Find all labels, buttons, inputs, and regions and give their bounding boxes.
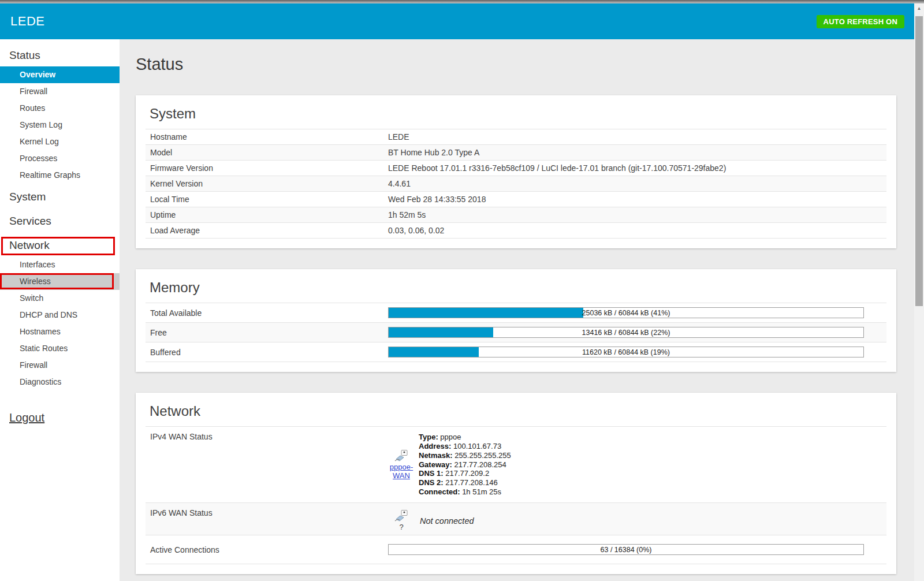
logout-link[interactable]: Logout: [9, 411, 44, 424]
row-value: 1h 52m 5s: [388, 208, 886, 222]
main-content: Status System Hostname LEDE Model BT Hom…: [120, 39, 914, 581]
row-value: Wed Feb 28 14:33:55 2018: [388, 192, 886, 206]
detail-gateway: Gateway: 217.77.208.254: [419, 460, 511, 470]
sidebar-item-hostnames[interactable]: Hostnames: [0, 323, 120, 340]
unknown-interface-caption: ?: [399, 523, 403, 531]
browser-window-edge: [0, 0, 924, 3]
memory-card: Memory Total Available 25036 kB / 60844 …: [136, 269, 896, 372]
sidebar-item-firewall-network[interactable]: Firewall: [0, 357, 120, 374]
system-card: System Hostname LEDE Model BT Home Hub 2…: [136, 95, 896, 248]
sidebar-item-processes[interactable]: Processes: [0, 150, 120, 167]
row-label: Buffered: [146, 345, 388, 359]
bar-value-text: 63 / 16384 (0%): [389, 545, 863, 554]
sidebar-item-static-routes[interactable]: Static Routes: [0, 340, 120, 357]
wan6-interface-column: ?: [388, 510, 415, 531]
app-header: LEDE AUTO REFRESH ON: [0, 3, 914, 39]
row-label: Free: [146, 326, 388, 340]
network-table: IPv4 WAN Status pppoe-WAN: [146, 426, 886, 564]
table-row-load-average: Load Average 0.03, 0.06, 0.02: [146, 223, 886, 239]
table-row-free: Free 13416 kB / 60844 kB (22%): [146, 323, 886, 342]
sidebar-item-system-log[interactable]: System Log: [0, 117, 120, 133]
detail-connected: Connected: 1h 51m 25s: [419, 487, 511, 497]
scrollbar-up-arrow-icon[interactable]: ▲: [914, 3, 924, 13]
auto-refresh-toggle-button[interactable]: AUTO REFRESH ON: [817, 15, 904, 28]
ethernet-unknown-icon: [394, 510, 408, 523]
bar-value-text: 13416 kB / 60844 kB (22%): [389, 327, 863, 337]
network-card: Network IPv4 WAN Status: [136, 393, 896, 574]
row-label: Local Time: [146, 192, 388, 206]
row-label: Kernel Version: [146, 177, 388, 191]
row-label: Total Available: [146, 306, 388, 320]
row-label: Hostname: [146, 130, 388, 144]
table-row-buffered: Buffered 11620 kB / 60844 kB (19%): [146, 342, 886, 362]
ethernet-interface-icon: [394, 450, 408, 463]
system-card-title: System: [150, 105, 886, 122]
sidebar-section-status[interactable]: Status: [0, 39, 120, 66]
row-value: LEDE: [388, 130, 886, 144]
table-row-model: Model BT Home Hub 2.0 Type A: [146, 145, 886, 161]
bar-value-text: 25036 kB / 60844 kB (41%): [389, 308, 863, 318]
sidebar-item-firewall[interactable]: Firewall: [0, 83, 120, 100]
row-value: LEDE Reboot 17.01.1 r3316-7eb58cf109 / L…: [388, 161, 886, 175]
table-row-ipv4-wan-status: IPv4 WAN Status pppoe-WAN: [146, 427, 886, 503]
bar-value-text: 11620 kB / 60844 kB (19%): [389, 347, 863, 357]
row-label: IPv6 WAN Status: [146, 503, 388, 520]
ipv6-status-text: Not connected: [420, 516, 474, 526]
row-label: Firmware Version: [146, 161, 388, 175]
table-row-uptime: Uptime 1h 52m 5s: [146, 207, 886, 223]
detail-netmask: Netmask: 255.255.255.255: [419, 451, 511, 460]
row-value: 4.4.61: [388, 177, 886, 191]
free-progress-bar: 13416 kB / 60844 kB (22%): [388, 327, 864, 338]
memory-table: Total Available 25036 kB / 60844 kB (41%…: [146, 303, 886, 362]
scrollbar-thumb[interactable]: [915, 16, 923, 306]
pppoe-wan-link[interactable]: pppoe-WAN: [388, 463, 415, 480]
row-label: Uptime: [146, 208, 388, 222]
table-row-firmware-version: Firmware Version LEDE Reboot 17.01.1 r33…: [146, 161, 886, 176]
detail-dns2: DNS 2: 217.77.208.146: [419, 478, 511, 487]
row-label: IPv4 WAN Status: [146, 427, 388, 444]
sidebar-item-diagnostics[interactable]: Diagnostics: [0, 374, 120, 390]
sidebar-section-system[interactable]: System: [0, 184, 120, 208]
detail-type: Type: pppoe: [419, 433, 511, 442]
sidebar-nav: Status Overview Firewall Routes System L…: [0, 39, 120, 581]
sidebar-item-kernel-log[interactable]: Kernel Log: [0, 133, 120, 150]
active-connections-progress-bar: 63 / 16384 (0%): [388, 544, 864, 555]
page-title: Status: [136, 54, 896, 75]
sidebar-item-realtime-graphs[interactable]: Realtime Graphs: [0, 167, 120, 184]
sidebar-item-wireless[interactable]: Wireless: [0, 273, 120, 290]
table-row-local-time: Local Time Wed Feb 28 14:33:55 2018: [146, 192, 886, 207]
system-table: Hostname LEDE Model BT Home Hub 2.0 Type…: [146, 129, 886, 239]
table-row-ipv6-wan-status: IPv6 WAN Status ? Not c: [146, 503, 886, 535]
sidebar-item-dhcp-and-dns[interactable]: DHCP and DNS: [0, 307, 120, 323]
ipv4-wan-details: Type: pppoe Address: 100.101.67.73 Netma…: [419, 433, 511, 497]
row-label: Load Average: [146, 224, 388, 237]
table-row-kernel-version: Kernel Version 4.4.61: [146, 176, 886, 192]
brand-logo[interactable]: LEDE: [10, 14, 44, 29]
memory-card-title: Memory: [150, 279, 886, 296]
buffered-progress-bar: 11620 kB / 60844 kB (19%): [388, 347, 864, 357]
sidebar-section-services[interactable]: Services: [0, 208, 120, 232]
detail-dns1: DNS 1: 217.77.209.2: [419, 469, 511, 478]
row-label: Active Connections: [146, 543, 388, 557]
table-row-hostname: Hostname LEDE: [146, 129, 886, 145]
total-available-progress-bar: 25036 kB / 60844 kB (41%): [388, 307, 864, 318]
sidebar-item-overview[interactable]: Overview: [0, 66, 120, 83]
sidebar-item-routes[interactable]: Routes: [0, 100, 120, 117]
table-row-total-available: Total Available 25036 kB / 60844 kB (41%…: [146, 303, 886, 323]
wan-interface-column: pppoe-WAN: [388, 450, 415, 480]
row-value: BT Home Hub 2.0 Type A: [388, 146, 886, 159]
detail-address: Address: 100.101.67.73: [419, 442, 511, 451]
table-row-active-connections: Active Connections 63 / 16384 (0%): [146, 535, 886, 564]
scrollbar[interactable]: ▲: [914, 3, 924, 581]
sidebar-item-interfaces[interactable]: Interfaces: [0, 256, 120, 273]
sidebar-item-switch[interactable]: Switch: [0, 290, 120, 307]
row-value: 0.03, 0.06, 0.02: [388, 224, 886, 237]
row-label: Model: [146, 146, 388, 159]
sidebar-section-network[interactable]: Network: [0, 232, 120, 256]
network-card-title: Network: [150, 403, 886, 419]
